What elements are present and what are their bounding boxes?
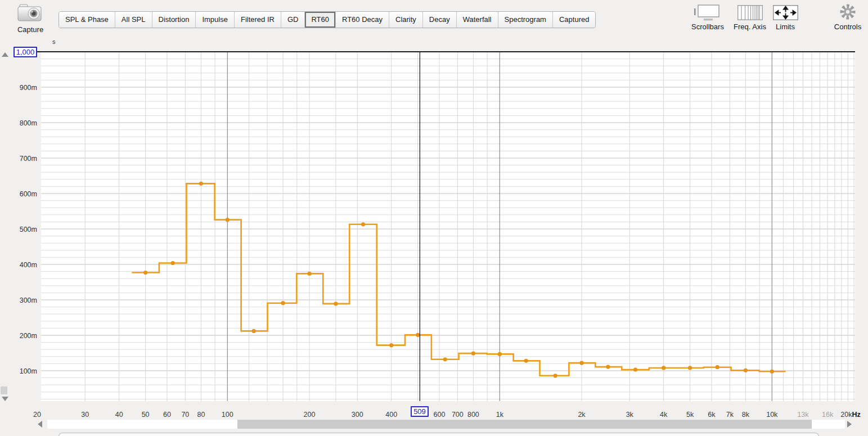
x-tick-label: 40 xyxy=(115,411,123,419)
tab-rt60-decay[interactable]: RT60 Decay xyxy=(336,12,389,28)
rt60-point xyxy=(716,365,719,369)
x-tick-label: 80 xyxy=(197,411,205,419)
scrollbars-icon xyxy=(693,3,722,21)
x-tick-label: 50 xyxy=(142,411,150,419)
freq-axis-label: Freq. Axis xyxy=(731,23,769,31)
x-tick-label: 3k xyxy=(626,411,634,419)
rt60-chart: 900m800m700m600m500m400m300m200m100m2030… xyxy=(0,0,868,436)
tab-rt60[interactable]: RT60 xyxy=(305,12,336,28)
rew-graph-window: 900m800m700m600m500m400m300m200m100m2030… xyxy=(0,0,868,436)
y-tick-label: 200m xyxy=(20,332,37,340)
scrollbars-label: Scrollbars xyxy=(687,23,728,31)
rt60-point xyxy=(307,272,311,276)
x-scroll-right-icon[interactable] xyxy=(847,421,852,428)
tab-clarity[interactable]: Clarity xyxy=(389,12,423,28)
limits-icon xyxy=(773,5,798,20)
rt60-point xyxy=(389,343,393,347)
x-tick-label: 4k xyxy=(660,411,668,419)
y-axis-unit-label: s xyxy=(52,38,56,45)
rt60-point xyxy=(252,329,256,333)
y-tick-label: 300m xyxy=(20,296,37,304)
toolbar-right: Scrollbars Freq. Axis xyxy=(683,0,868,36)
x-tick-label: 400 xyxy=(385,411,397,419)
freq-axis-button[interactable]: Freq. Axis xyxy=(731,3,769,31)
graph-tabbar: SPL & PhaseAll SPLDistortionImpulseFilte… xyxy=(59,11,596,28)
x-tick-label: 600 xyxy=(433,411,445,419)
tab-gd[interactable]: GD xyxy=(281,12,305,28)
tab-spectrogram[interactable]: Spectrogram xyxy=(498,12,553,28)
tab-spl-phase[interactable]: SPL & Phase xyxy=(59,12,115,28)
tab-all-spl[interactable]: All SPL xyxy=(115,12,152,28)
x-tick-label: 200 xyxy=(304,411,316,419)
rt60-point xyxy=(744,368,748,372)
capture-label: Capture xyxy=(12,25,48,34)
x-tick-label: 2k xyxy=(578,411,586,419)
y-tick-label: 600m xyxy=(20,190,37,198)
rt60-point xyxy=(171,261,175,265)
x-tick-label: 8k xyxy=(742,411,750,419)
rt60-point xyxy=(334,302,338,305)
y-tick-label: 700m xyxy=(20,155,37,163)
x-tick-label: 70 xyxy=(181,411,189,419)
cursor-frequency-box[interactable]: 509 xyxy=(411,406,429,417)
x-tick-label: 1k xyxy=(496,411,504,419)
controls-label: Controls xyxy=(831,23,865,31)
x-tick-label: 16k xyxy=(822,411,834,419)
y-tick-label: 900m xyxy=(20,84,37,92)
rt60-point xyxy=(633,368,637,372)
tab-distortion[interactable]: Distortion xyxy=(152,12,196,28)
tab-decay[interactable]: Decay xyxy=(423,12,457,28)
freq-axis-icon xyxy=(737,5,763,20)
rt60-point xyxy=(662,366,665,370)
x-tick-label: 5k xyxy=(686,411,694,419)
rt60-point xyxy=(443,357,447,361)
y-tick-label: 800m xyxy=(20,119,37,127)
limits-button[interactable]: Limits xyxy=(769,3,802,31)
rt60-point xyxy=(498,352,502,356)
plot-area xyxy=(41,52,855,401)
y-scroll-down-icon[interactable] xyxy=(2,397,8,401)
x-tick-label: 60 xyxy=(163,411,171,419)
rt60-point xyxy=(770,370,774,374)
x-tick-label: 20 xyxy=(33,411,41,419)
bottom-panel-edge xyxy=(59,433,819,436)
y-scroll-up-icon[interactable] xyxy=(2,52,8,57)
x-scroll-left-icon[interactable] xyxy=(38,421,42,428)
tab-filtered-ir[interactable]: Filtered IR xyxy=(235,12,281,28)
rt60-point xyxy=(226,218,230,222)
x-tick-label: 300 xyxy=(352,411,363,419)
x-tick-label: 7k xyxy=(726,411,734,419)
x-scroll-thumb[interactable] xyxy=(237,420,812,429)
x-tick-label: 10k xyxy=(766,411,778,419)
x-tick-label: 30 xyxy=(81,411,89,419)
x-axis-labels: 203040506070801002003004006007008001k2k3… xyxy=(33,411,861,419)
limits-label: Limits xyxy=(769,23,802,31)
y-tick-label: 100m xyxy=(20,367,37,375)
x-tick-label: 6k xyxy=(708,411,716,419)
controls-button[interactable]: Controls xyxy=(831,3,865,31)
tab-impulse[interactable]: Impulse xyxy=(196,12,235,28)
rt60-point xyxy=(524,359,528,363)
camera-icon xyxy=(17,2,44,23)
tab-captured[interactable]: Captured xyxy=(553,12,595,28)
rt60-point xyxy=(143,271,147,275)
rt60-point xyxy=(416,333,420,337)
y-tick-label: 500m xyxy=(20,226,37,233)
x-tick-label: 800 xyxy=(467,411,479,419)
rt60-point xyxy=(606,365,610,368)
x-tick-label: 700 xyxy=(452,411,464,419)
capture-button[interactable]: Capture xyxy=(12,2,48,34)
y-scroll-thumb[interactable] xyxy=(1,386,7,394)
y-axis-max-box[interactable]: 1,000 xyxy=(14,47,37,57)
rt60-point xyxy=(281,301,285,305)
rt60-point xyxy=(471,352,475,356)
rt60-point xyxy=(199,182,203,186)
tab-waterfall[interactable]: Waterfall xyxy=(457,12,498,28)
y-tick-label: 400m xyxy=(20,261,37,269)
scrollbars-button[interactable]: Scrollbars xyxy=(687,3,728,31)
rt60-point xyxy=(579,361,583,365)
gear-icon xyxy=(839,3,857,21)
rt60-point xyxy=(361,222,365,226)
x-tick-label: 100 xyxy=(222,411,233,419)
y-axis-labels: 900m800m700m600m500m400m300m200m100m xyxy=(20,84,37,375)
